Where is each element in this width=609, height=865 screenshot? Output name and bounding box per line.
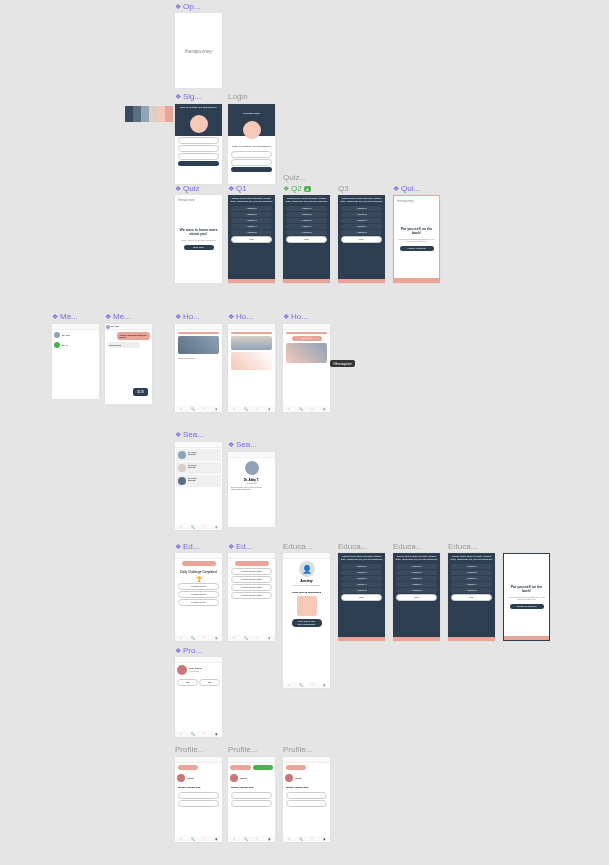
artboard-ed2[interactable]: Lorem ipsum dolor Lorem ipsum dolor Lore…: [228, 553, 275, 641]
frame-label-profile3[interactable]: Profile...: [228, 745, 257, 754]
bottom-nav: ⌂🔍♡◉: [228, 635, 275, 641]
component-icon: ❖: [52, 314, 58, 320]
frame-label-search2[interactable]: ❖Sea...: [228, 440, 257, 449]
frame-label-open[interactable]: ❖ Op...: [175, 2, 200, 11]
artboard-anxiety[interactable]: 👤 Anxiety Lorem ipsum dolor consectetur …: [283, 553, 330, 688]
frame-label-q1[interactable]: ❖ Q1: [228, 184, 247, 193]
artboard-educa-end[interactable]: Pat yourself on the back! You've complet…: [503, 553, 550, 641]
header: [283, 324, 330, 330]
bottom-nav: ⌂🔍♡◉: [283, 682, 330, 688]
artboard-q3[interactable]: Lorem ipsum dolor sit amet, consec tetur…: [338, 195, 385, 283]
artboard-search-list[interactable]: Dr. Namespecialty Dr. Namespecialty Dr. …: [175, 442, 222, 530]
avatar: [54, 342, 60, 348]
artboard-profile4[interactable]: Name Weekly Recap 3.02 ⌂🔍♡◉: [283, 757, 330, 842]
header: [228, 324, 275, 330]
frame-label-q3[interactable]: Q3: [338, 184, 349, 193]
frame-label-home3[interactable]: ❖Ho...: [283, 312, 308, 321]
artboard-login[interactable]: Welcome back! Login to continue your the…: [228, 104, 275, 184]
feed-image: [231, 336, 272, 350]
frame-label-me1[interactable]: ❖Me...: [52, 312, 78, 321]
progress: [338, 637, 385, 641]
artboard-home2[interactable]: ⌂🔍♡◉: [228, 324, 275, 412]
artboard-educa-q2[interactable]: Lorem ipsum dolor sit amet, consec tetur…: [393, 553, 440, 641]
frame-label-educa2[interactable]: Educa...: [338, 542, 367, 551]
bottom-nav: ⌂🔍♡◉: [175, 406, 222, 412]
swatch: [141, 106, 149, 122]
frame-label-profile2[interactable]: Profile...: [175, 745, 204, 754]
frame-label-quiz[interactable]: ❖ Quiz: [175, 184, 199, 193]
avatar: [106, 325, 110, 329]
component-icon: ❖: [175, 648, 181, 654]
artboard-home1[interactable]: Lorem ipsum dolor ⌂🔍♡◉: [175, 324, 222, 412]
component-icon: ❖: [228, 186, 234, 192]
header: [175, 553, 222, 559]
artboard-q2[interactable]: Lorem ipsum dolor sit amet, consec tetur…: [283, 195, 330, 283]
header: [175, 757, 222, 763]
bottom-nav: ⌂🔍♡◉: [175, 635, 222, 641]
frame-label-q2[interactable]: ❖ Q2 ●: [283, 184, 311, 193]
frame-label-educa1[interactable]: Educa...: [283, 542, 312, 551]
frame-label-profile4[interactable]: Profile...: [283, 745, 312, 754]
artboard-profile2[interactable]: Name Weekly Recap 3.02 ⌂🔍♡◉: [175, 757, 222, 842]
input-field: [178, 153, 219, 160]
avatar: [178, 477, 186, 485]
avatar: [177, 774, 185, 782]
artboard-quiz-end[interactable]: therajourney Pat yourself on the back! Y…: [393, 195, 440, 283]
bottom-nav: ⌂🔍♡◉: [228, 836, 275, 842]
input-field: [231, 159, 272, 166]
header: [175, 324, 222, 330]
input-field: [178, 137, 219, 144]
component-icon: ❖: [175, 432, 181, 438]
logo-circle: [243, 121, 261, 139]
chat-row: Dr. Jaz: [52, 330, 99, 340]
frame-label-search1[interactable]: ❖Sea...: [175, 430, 204, 439]
frame-label-educa4[interactable]: Educa...: [448, 542, 477, 551]
artboard-profile3[interactable]: Name Weekly Recap 3.02 ⌂🔍♡◉: [228, 757, 275, 842]
component-icon: ❖: [228, 314, 234, 320]
avatar-large: [245, 461, 259, 475]
avatar: [230, 774, 238, 782]
frame-label-signin[interactable]: ❖ Sig...: [175, 92, 201, 101]
component-icon: ❖: [175, 94, 181, 100]
frame-label-login[interactable]: Login: [228, 92, 248, 101]
logo-circle: [190, 115, 208, 133]
artboard-search-detail[interactable]: Dr. Abby T. ★★★★★ Bio text lorem ipsum d…: [228, 452, 275, 527]
frame-label-profile1[interactable]: ❖Pro...: [175, 646, 202, 655]
frame-label-educa3[interactable]: Educa...: [393, 542, 422, 551]
artboard-profile1[interactable]: User Name@handle tag tag ⌂🔍♡◉: [175, 657, 222, 737]
artboard-quiz-intro[interactable]: therajourney We want to know more about …: [175, 195, 222, 283]
frame-label-home2[interactable]: ❖Ho...: [228, 312, 253, 321]
progress: [393, 637, 440, 641]
artboard-q1[interactable]: Lorem ipsum dolor sit amet, consec tetur…: [228, 195, 275, 283]
bottom-nav: ⌂🔍♡◉: [175, 731, 222, 737]
frame-label-me2[interactable]: ❖Me...: [105, 312, 131, 321]
component-icon: ❖: [175, 186, 181, 192]
artboard-home3[interactable]: #therapise ⌂🔍♡◉: [283, 324, 330, 412]
artboard-educa-q3[interactable]: Lorem ipsum dolor sit amet, consec tetur…: [448, 553, 495, 641]
artboard-splash[interactable]: therajourney: [175, 13, 222, 88]
swatch: [133, 106, 141, 122]
bottom-nav: ⌂🔍♡◉: [228, 406, 275, 412]
swatch: [157, 106, 165, 122]
artboard-ed1[interactable]: Daily Challenge Completed 🏆 Lorem ipsum …: [175, 553, 222, 641]
badge: ●: [304, 186, 311, 192]
artboard-messages-list[interactable]: Dr. Jaz Dr. M: [52, 324, 99, 399]
chat-bubble: Hi there, looking forward to our session: [117, 332, 150, 340]
progress: [231, 332, 272, 334]
artboard-signin[interactable]: Sign up to start your therajourney: [175, 104, 222, 184]
frame-label-ed1[interactable]: ❖Ed...: [175, 542, 199, 551]
illustration: 👤: [299, 561, 315, 577]
swatch: [149, 106, 157, 122]
frame-label-ed2[interactable]: ❖Ed...: [228, 542, 252, 551]
bottom-nav: ⌂🔍♡◉: [175, 524, 222, 530]
frame-label-home1[interactable]: ❖Ho...: [175, 312, 200, 321]
header: [175, 442, 222, 448]
avatar: [177, 665, 187, 675]
frame-label-quiz-end[interactable]: ❖ Qui...: [393, 184, 420, 193]
chat-row: Dr. M: [52, 340, 99, 350]
artboard-chat[interactable]: Dr. Jaz Hi there, looking forward to our…: [105, 324, 152, 404]
hover-tooltip: #therapise: [330, 360, 355, 367]
artboard-educa-q1[interactable]: Lorem ipsum dolor sit amet, consec tetur…: [338, 553, 385, 641]
input-field: [231, 151, 272, 158]
frame-label-quiz-dup[interactable]: Quiz...: [283, 173, 306, 182]
